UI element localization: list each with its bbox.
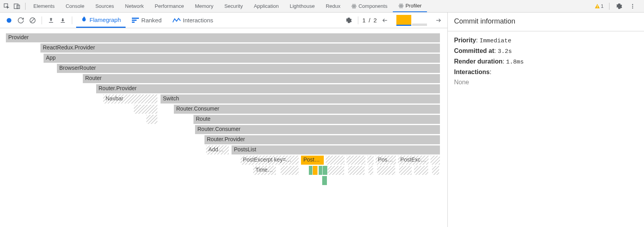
devtools-tab-sources[interactable]: Sources <box>90 0 120 12</box>
flame-cell[interactable] <box>322 176 327 185</box>
committed-at-line: Committed at: 3.2s <box>454 47 638 55</box>
flame-row: BrowserRouter <box>5 64 442 74</box>
flame-cell[interactable] <box>322 165 328 175</box>
svg-rect-1 <box>14 4 18 9</box>
flame-cell[interactable]: Post… <box>375 155 396 165</box>
svg-rect-12 <box>597 7 597 7</box>
devtools-tab-components[interactable]: Components <box>346 0 393 12</box>
flame-cell[interactable]: Router.Provider <box>204 135 440 145</box>
flame-cell[interactable] <box>368 165 374 175</box>
flame-cell[interactable]: Time… <box>253 165 276 175</box>
flame-cell[interactable]: PostExcerpt key=… <box>240 155 299 165</box>
record-button[interactable] <box>4 15 14 25</box>
tab-ranked[interactable]: Ranked <box>127 13 166 28</box>
priority-line: Priority: Immediate <box>454 37 638 44</box>
flame-cell[interactable]: PostsList <box>231 145 440 155</box>
flame-cell[interactable]: Router <box>82 74 440 84</box>
devtools-tab-console[interactable]: Console <box>60 0 90 12</box>
flame-cell[interactable]: AddP… <box>206 145 229 155</box>
devtools-tab-elements[interactable]: Elements <box>28 0 60 12</box>
commit-bar-1[interactable] <box>396 15 411 26</box>
devtools-tab-label: Lighthouse <box>290 3 315 9</box>
interactions-value: None <box>454 79 638 86</box>
svg-rect-11 <box>597 5 597 7</box>
devtools-tab-label: Sources <box>95 3 114 9</box>
flame-row: Router.Provider <box>5 135 442 145</box>
flame-cell[interactable]: PostExc… <box>398 155 429 165</box>
more-icon[interactable] <box>628 2 637 11</box>
export-button[interactable] <box>46 15 56 25</box>
devtools-tab-label: Performance <box>155 3 184 9</box>
flame-row: Router <box>5 74 442 84</box>
devtools-tab-security[interactable]: Security <box>219 0 248 12</box>
separator <box>609 3 609 10</box>
devtools-tab-profiler[interactable]: Profiler <box>393 0 427 12</box>
devtools-tab-network[interactable]: Network <box>120 0 150 12</box>
flame-cell[interactable]: Navbar <box>103 94 158 104</box>
flame-cell[interactable] <box>430 155 440 165</box>
flame-cell[interactable] <box>377 165 396 175</box>
svg-point-7 <box>401 5 402 6</box>
flame-row: PostExcerpt key=…Post…Post…PostExc… <box>5 155 442 165</box>
import-button[interactable] <box>58 15 68 25</box>
flame-cell[interactable] <box>312 165 318 175</box>
flame-cell[interactable] <box>133 104 158 114</box>
flame-cell[interactable]: Router.Provider <box>96 84 440 94</box>
flame-cell[interactable]: BrowserRouter <box>57 64 440 73</box>
profiler-toolbar: Flamegraph Ranked Interactions 1 / 2 <box>0 13 447 28</box>
commit-bar-2[interactable] <box>412 24 427 26</box>
flame-cell[interactable]: Router.Consumer <box>195 125 440 134</box>
commit-selector: 1 / 2 <box>362 15 443 26</box>
tab-flamegraph[interactable]: Flamegraph <box>76 13 126 28</box>
commit-info-title: Commit information <box>454 17 638 25</box>
devtools-tab-application[interactable]: Application <box>248 0 285 12</box>
devtools-tab-redux[interactable]: Redux <box>320 0 346 12</box>
tab-interactions[interactable]: Interactions <box>168 13 218 28</box>
gear-icon[interactable] <box>615 2 624 11</box>
profiler-settings-icon[interactable] <box>344 15 354 25</box>
device-toolbar-icon[interactable] <box>13 2 21 11</box>
flamegraph-area[interactable]: ProviderReactRedux.ProviderAppBrowserRou… <box>0 28 447 227</box>
flame-cell[interactable] <box>327 165 345 175</box>
flame-cell[interactable]: Post… <box>301 155 324 165</box>
flame-row: Provider <box>5 33 442 43</box>
svg-rect-20 <box>132 18 139 19</box>
devtools-tab-memory[interactable]: Memory <box>190 0 219 12</box>
svg-point-3 <box>354 5 355 7</box>
flame-cell[interactable] <box>348 165 365 175</box>
svg-point-13 <box>632 4 633 5</box>
prev-commit-button[interactable] <box>380 15 390 25</box>
tab-ranked-label: Ranked <box>141 17 162 24</box>
separator <box>42 16 42 24</box>
flame-cell[interactable] <box>432 165 440 175</box>
flame-cell[interactable]: Switch <box>160 94 440 104</box>
devtools-tab-label: Console <box>66 3 84 9</box>
devtools-tab-label: Redux <box>326 3 341 9</box>
devtools-tab-lighthouse[interactable]: Lighthouse <box>284 0 320 12</box>
flame-cell[interactable] <box>399 165 412 175</box>
devtools-tab-label: Elements <box>33 3 55 9</box>
inspect-icon[interactable] <box>2 2 11 11</box>
flame-row: Route <box>5 114 442 125</box>
reload-button[interactable] <box>16 15 26 25</box>
flame-row: Time… <box>5 165 442 176</box>
flame-cell[interactable] <box>367 155 374 165</box>
flame-cell[interactable]: Provider <box>5 33 440 43</box>
flame-row: Router.Consumer <box>5 125 442 135</box>
devtools-tab-performance[interactable]: Performance <box>149 0 189 12</box>
flame-cell[interactable]: ReactRedux.Provider <box>40 43 440 53</box>
flame-cell[interactable] <box>280 165 299 175</box>
flame-cell[interactable] <box>146 114 158 124</box>
react-icon <box>398 3 404 9</box>
flame-cell[interactable] <box>414 165 429 175</box>
flame-cell[interactable]: Router.Consumer <box>173 104 440 114</box>
flame-cell[interactable]: Route <box>193 114 440 124</box>
flame-cell[interactable] <box>346 155 366 165</box>
flame-cell[interactable] <box>325 155 345 165</box>
svg-point-14 <box>632 5 633 7</box>
flame-cell[interactable]: App <box>43 53 440 63</box>
warnings-badge[interactable]: 1 <box>595 3 604 9</box>
next-commit-button[interactable] <box>433 15 443 25</box>
clear-button[interactable] <box>27 15 38 25</box>
svg-rect-21 <box>132 20 137 21</box>
